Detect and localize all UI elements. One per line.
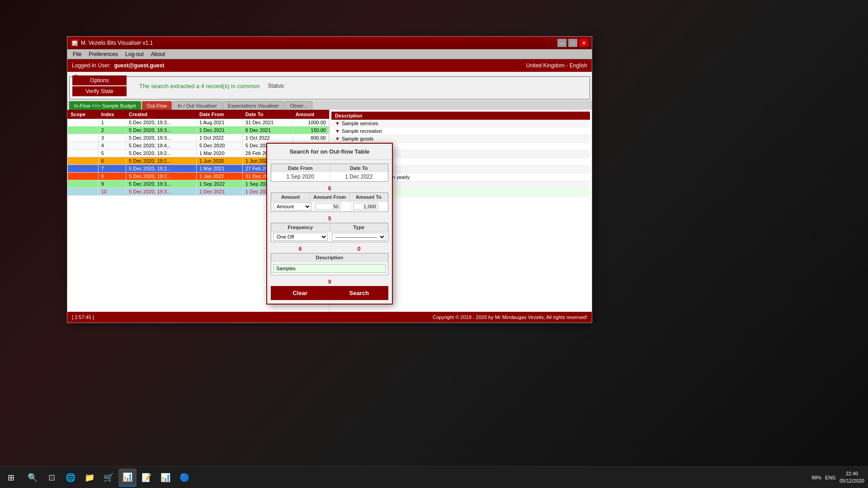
description-header: Description [331,112,590,120]
taskbar-explorer[interactable]: 📁 [80,469,99,487]
freq-counts: 6 0 [271,245,388,253]
amount-select-cell: Amount Amount From Amount To [271,202,314,211]
frequency-section: Frequency Type One Off Weekly Monthly Ye… [271,223,388,242]
amount-to-label: Amount To [349,193,388,201]
tabs-bar: In-Flow ==> Sample Budget Out-Flow In / … [67,100,592,110]
type-count: 0 [330,245,388,253]
taskbar-search[interactable]: 🔍 [24,469,42,487]
desktop: 📊 M. Vezelis Bits Visualiser v1.1 — □ ✕ … [0,0,868,488]
freq-row: One Off Weekly Monthly Yearly ----------… [271,232,388,242]
menu-about[interactable]: About [147,50,169,58]
tab-expectations[interactable]: Expectations Visualiser [223,101,284,110]
amount-type-select[interactable]: Amount Amount From Amount To [273,202,311,211]
status-buttons: Options Verify State [72,75,127,96]
app-icon: 📊 [71,39,78,47]
date-count: 6 [271,184,388,192]
type-select-cell: ------------------------------ [330,232,388,242]
col-amount: Amount [292,110,329,119]
date-to-value[interactable]: 1 Dec 2022 [330,172,388,181]
taskbar-system: 98% ENG 22:40 05/12/2020 [808,470,868,484]
freq-header: Frequency Type [271,223,388,232]
top-bar: Logged-In User: guest@guest.guest United… [67,59,592,72]
col-index: Index [98,110,126,119]
frequency-label: Frequency [271,223,330,231]
list-item[interactable]: ▼ Sample services [331,120,590,127]
col-dateto: Date To [242,110,292,119]
chevron-down-icon[interactable]: ▼ [335,128,340,134]
taskbar-language: ENG [825,475,836,480]
menu-logout[interactable]: Log-out [122,50,147,58]
dialog-body: Date From Date To 1 Sep 2020 1 Dec 2022 … [267,160,392,304]
footer-time: [ 2:57:45 ] [72,314,94,320]
status-field: Status: [268,83,285,89]
type-select[interactable]: ------------------------------ [332,233,387,241]
clear-button[interactable]: Clear [271,286,330,300]
description-input[interactable] [273,264,386,273]
taskbar-word[interactable]: 📝 [137,469,156,487]
taskbar-battery: 98% [811,475,821,480]
options-button[interactable]: Options [72,75,127,85]
table-row[interactable]: 2 5 Dec 2020, 19:3... 1 Dec 2021 6 Dec 2… [68,127,329,134]
minimize-button[interactable]: — [557,39,566,47]
menu-file[interactable]: File [69,50,85,58]
description-section: Description [271,253,388,275]
username: guest@guest.guest [114,62,164,69]
col-scope: Scope [68,110,99,119]
list-item[interactable]: ▼ Sample recreation [331,127,590,135]
type-label: Type [330,223,388,231]
dialog-buttons: Clear Search [271,286,388,300]
date-from-value[interactable]: 1 Sep 2020 [271,172,330,181]
chevron-down-icon[interactable]: ▼ [335,121,340,126]
locale: United Kingdom - English [526,62,587,69]
dialog-title: Search for on Out-flow Table [267,144,392,160]
chevron-down-icon[interactable]: ▼ [335,136,340,141]
search-button[interactable]: Search [330,286,389,300]
desc-count: 9 [271,278,388,286]
verify-button[interactable]: Verify State [72,86,127,96]
taskbar-app[interactable]: 📊 [118,469,137,487]
taskbar-task-view[interactable]: ⊡ [42,469,61,487]
window-title: M. Vezelis Bits Visualiser v1.1 [81,40,557,46]
footer-copyright: Copyright © 2019 - 2020 by Mr Mindaugas … [433,314,587,320]
taskbar-excel[interactable]: 📊 [156,469,175,487]
col-datefrom: Date From [196,110,242,119]
frequency-select[interactable]: One Off Weekly Monthly Yearly [273,233,328,241]
tab-obser[interactable]: Obser... [285,101,312,110]
freq-count: 6 [271,245,330,253]
amount-to-cell [351,202,388,211]
amount-from-input[interactable] [316,203,340,210]
table-row[interactable]: 3 5 Dec 2020, 19:3... 1 Oct 2022 1 Oct 2… [68,134,329,142]
taskbar-edge[interactable]: 🌐 [61,469,80,487]
tab-inflow[interactable]: In-Flow ==> Sample Budget [69,101,141,110]
date-section: Date From Date To 1 Sep 2020 1 Dec 2022 [271,164,388,182]
window-controls: — □ ✕ [557,39,588,47]
menu-bar: File Preferences Log-out About [67,49,592,59]
start-button[interactable]: ⊞ [0,467,22,488]
close-button[interactable]: ✕ [579,39,588,47]
app-window: 📊 M. Vezelis Bits Visualiser v1.1 — □ ✕ … [67,36,592,323]
amount-header: Amount Amount From Amount To [271,193,388,202]
list-item[interactable]: ▼ Sample goods [331,135,590,143]
logged-in-label: Logged-In User: guest@guest.guest [72,62,164,69]
date-header: Date From Date To [271,164,388,172]
status-section: Status Options Verify State The search e… [69,74,590,99]
amount-to-input[interactable] [353,203,378,210]
tab-outflow[interactable]: Out-Flow [142,101,172,110]
search-dialog: Search for on Out-flow Table Date From D… [266,143,393,305]
taskbar-chrome[interactable]: 🔵 [175,469,193,487]
amount-count: 5 [271,215,388,223]
taskbar-time: 22:40 05/12/2020 [840,470,864,484]
menu-preferences[interactable]: Preferences [85,50,122,58]
date-to-label: Date To [330,164,388,172]
app-footer: [ 2:57:45 ] Copyright © 2019 - 2020 by M… [67,312,592,323]
tab-inout[interactable]: In / Out Visualiser [173,101,222,110]
taskbar-icons: 🔍 ⊡ 🌐 📁 🛒 📊 📝 📊 🔵 [22,469,808,487]
desc-header: Description [271,253,388,262]
date-from-label: Date From [271,164,330,172]
table-row[interactable]: 1 5 Dec 2020, 19:3... 1 Aug 2021 31 Dec … [68,119,329,127]
amount-row: Amount Amount From Amount To [271,202,388,211]
maximize-button[interactable]: □ [568,39,577,47]
amount-from-cell [314,202,351,211]
amount-section: Amount Amount From Amount To Amount Amou… [271,192,388,212]
taskbar-store[interactable]: 🛒 [99,469,118,487]
